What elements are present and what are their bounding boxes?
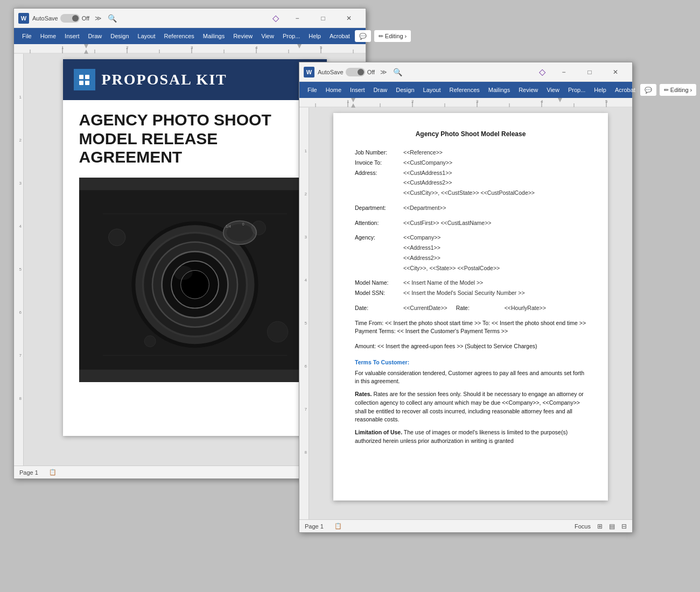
cover-content[interactable]: AGENCY PHOTO SHOOTMODEL RELEASEAGREEMENT (63, 100, 327, 393)
svg-text:4: 4 (255, 45, 258, 50)
model-name-label: Model Name: (355, 279, 403, 287)
logo-dot-2 (85, 75, 89, 79)
menu-help-2[interactable]: Help (590, 85, 610, 95)
page-status-1: Page 1 (19, 469, 38, 476)
autosave-area-2: AutoSave Off (318, 68, 375, 76)
menu-draw-1[interactable]: Draw (85, 31, 106, 41)
expand-chevron-1[interactable]: ≫ (95, 15, 102, 22)
address-label: Address: (355, 169, 403, 178)
menu-layout-1[interactable]: Layout (134, 31, 159, 41)
ruler2-num-1: 1 (305, 149, 307, 153)
menu-acrobat-1[interactable]: Acrobat (326, 31, 354, 41)
menu-references-2[interactable]: References (446, 85, 484, 95)
ruler-num-7: 7 (19, 353, 22, 358)
menu-review-1[interactable]: Review (229, 31, 256, 41)
editing-btn-1[interactable]: ✏ Editing › (374, 30, 411, 42)
doc-page-2[interactable]: Agency Photo Shoot Model Release Job Num… (333, 113, 608, 501)
page-status-2: Page 1 (305, 523, 324, 530)
model-ssn-label: Model SSN: (355, 289, 403, 298)
menu-design-2[interactable]: Design (392, 85, 418, 95)
side-ruler-2: 1 2 3 4 5 6 7 8 (299, 108, 309, 519)
attention-row: Attention: <<CustFirst>> <<CustLastName>… (355, 219, 586, 228)
department-label: Department: (355, 204, 403, 213)
attention-value: <<CustFirst>> <<CustLastName>> (403, 219, 491, 228)
word-logo-1: W (18, 13, 29, 24)
svg-text:1: 1 (61, 45, 64, 50)
menu-properties-2[interactable]: Prop... (564, 85, 589, 95)
comment-btn-2[interactable]: 💬 (640, 84, 656, 96)
svg-point-38 (251, 221, 265, 235)
view-icon-print-2[interactable]: ⊞ (597, 523, 603, 530)
ruler2-num-6: 6 (305, 364, 307, 369)
svg-rect-39 (299, 98, 632, 108)
menu-mailings-1[interactable]: Mailings (199, 31, 228, 41)
view-icon-web-2[interactable]: ⊟ (621, 523, 627, 530)
svg-text:4: 4 (541, 99, 543, 104)
close-btn-2[interactable]: ✕ (603, 64, 628, 81)
menu-view-1[interactable]: View (257, 31, 278, 41)
camera-svg: 1/4 0 (79, 178, 311, 382)
menu-properties-1[interactable]: Prop... (279, 31, 304, 41)
ruler-num-5: 5 (19, 267, 22, 272)
menu-help-1[interactable]: Help (305, 31, 325, 41)
menu-acrobat-2[interactable]: Acrobat (611, 85, 639, 95)
ruler-num-4: 4 (19, 224, 22, 229)
minimize-btn-2[interactable]: − (551, 64, 576, 81)
ruler-svg-1: 1 2 3 4 5 (14, 44, 366, 54)
agency-row2: <<Address1>> (355, 244, 586, 252)
autosave-label-2: AutoSave (318, 69, 344, 75)
maximize-btn-1[interactable]: □ (311, 10, 335, 27)
menu-design-1[interactable]: Design (107, 31, 132, 41)
designer-icon-2[interactable]: ◇ (536, 66, 548, 78)
menu-layout-2[interactable]: Layout (419, 85, 445, 95)
menu-references-1[interactable]: References (160, 31, 198, 41)
menu-file-1[interactable]: File (18, 31, 36, 41)
menu-insert-2[interactable]: Insert (346, 85, 369, 95)
model-ssn-value: << Insert the Model's Social Security Nu… (403, 289, 525, 298)
menu-view-2[interactable]: View (543, 85, 563, 95)
cover-camera-image: 1/4 0 (79, 178, 311, 382)
model-name-value: << Insert Name of the Model >> (403, 279, 483, 287)
title-bar-1: W AutoSave Off ≫ 🔍 ◇ − □ ✕ (14, 9, 366, 28)
menu-home-2[interactable]: Home (322, 85, 345, 95)
comment-icon-1: 💬 (359, 33, 367, 40)
menu-home-1[interactable]: Home (37, 31, 60, 41)
search-icon-2[interactable]: 🔍 (390, 65, 404, 79)
cover-header: PROPOSAL KIT (63, 59, 327, 100)
menu-review-2[interactable]: Review (515, 85, 542, 95)
agency-line2: <<Address1>> (403, 244, 440, 252)
view-icon-read-2[interactable]: ▤ (609, 523, 615, 530)
autosave-toggle-1[interactable] (60, 14, 80, 23)
autosave-toggle-2[interactable] (346, 68, 365, 76)
close-btn-1[interactable]: ✕ (337, 10, 361, 27)
status-bar-right-2: Focus ⊞ ▤ ⊟ (575, 523, 627, 530)
cover-logo-text: PROPOSAL KIT (102, 71, 227, 88)
expand-chevron-2[interactable]: ≫ (380, 68, 387, 76)
review-icon-1[interactable]: 📋 (49, 469, 57, 476)
search-icon-1[interactable]: 🔍 (105, 11, 119, 25)
limitation-section: Limitation of Use. The use of images or … (355, 428, 586, 446)
ruler-num-2: 2 (19, 138, 22, 143)
designer-icon-1[interactable]: ◇ (270, 12, 282, 24)
menu-bar-1: File Home Insert Draw Design Layout Refe… (14, 28, 366, 44)
word-window-2[interactable]: W AutoSave Off ≫ 🔍 ◇ − □ ✕ File Home Ins… (299, 62, 633, 533)
focus-label-2[interactable]: Focus (575, 523, 591, 530)
comment-icon-2: 💬 (645, 87, 652, 94)
menu-file-2[interactable]: File (304, 85, 321, 95)
review-icon-2[interactable]: 📋 (334, 523, 342, 530)
job-number-row: Job Number: <<Reference>> (355, 149, 586, 157)
to-label: To: (482, 320, 490, 326)
comment-btn-1[interactable]: 💬 (355, 30, 371, 42)
menu-insert-1[interactable]: Insert (61, 31, 83, 41)
menu-draw-2[interactable]: Draw (370, 85, 391, 95)
department-value: <<Department>> (403, 204, 446, 213)
menu-mailings-2[interactable]: Mailings (485, 85, 514, 95)
cover-doc-title: AGENCY PHOTO SHOOTMODEL RELEASEAGREEMENT (79, 111, 311, 167)
editing-btn-2[interactable]: ✏ Editing › (660, 84, 696, 96)
editing-chevron-1: › (405, 33, 407, 39)
agency-row3: <<Address2>> (355, 254, 586, 263)
word-logo-2: W (304, 67, 314, 77)
maximize-btn-2[interactable]: □ (577, 64, 602, 81)
menu-bar-2: File Home Insert Draw Design Layout Refe… (299, 82, 632, 98)
minimize-btn-1[interactable]: − (285, 10, 310, 27)
